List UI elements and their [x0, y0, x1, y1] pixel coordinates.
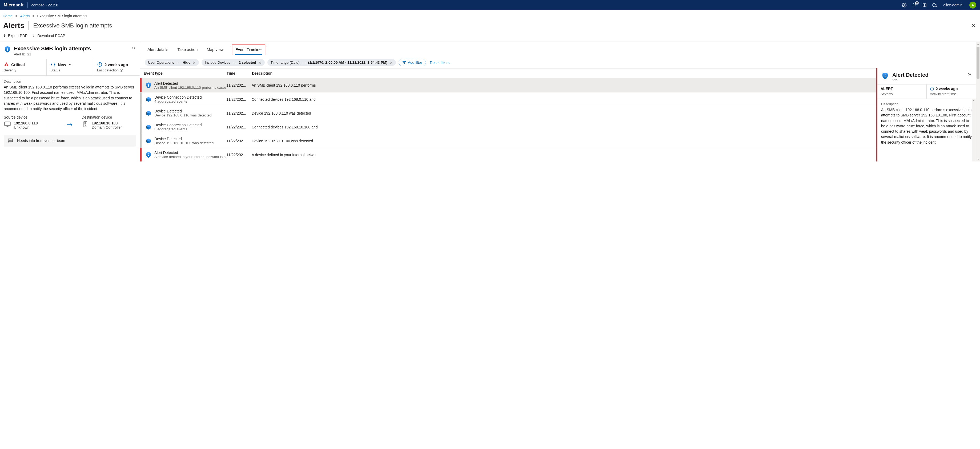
- row-subtitle: 3 aggregated events: [154, 127, 226, 131]
- source-role: Unknown: [14, 125, 38, 130]
- needs-info-banner[interactable]: Needs info from vendor team: [4, 135, 136, 146]
- notifications-button[interactable]: 0: [912, 2, 917, 8]
- add-filter-button[interactable]: Add filter: [399, 59, 426, 66]
- command-bar: Export PDF Download PCAP: [0, 32, 980, 41]
- svg-rect-3: [6, 64, 7, 65]
- reset-filters-button[interactable]: Reset filters: [430, 60, 449, 65]
- remove-filter-icon[interactable]: [390, 61, 393, 64]
- tab-map-view[interactable]: Map view: [205, 44, 224, 55]
- row-description: Device 192.168.10.100 was detected: [252, 139, 874, 143]
- alert-title: Excessive SMB login attempts: [14, 46, 91, 52]
- table-row[interactable]: Device Connection Detected4 aggregated e…: [140, 92, 877, 106]
- page-title: Alerts: [3, 21, 24, 30]
- row-description: An SMB client 192.168.0.110 performs: [252, 83, 874, 87]
- svg-rect-19: [885, 76, 886, 78]
- settings-button[interactable]: [902, 2, 907, 8]
- row-description: Device 192.168.0.110 was detected: [252, 111, 874, 115]
- row-title: Alert Detected: [154, 151, 226, 155]
- destination-device-heading: Destination device: [81, 115, 136, 119]
- nav-divider: [27, 2, 28, 8]
- detail-activity-value: 2 weeks ago: [936, 87, 958, 91]
- table-row[interactable]: Device Connection Detected3 aggregated e…: [140, 120, 877, 134]
- detail-activity-label: Activity start time: [930, 92, 972, 96]
- col-header-description[interactable]: Description: [252, 71, 874, 75]
- filter-chip-include-devices[interactable]: Include Devices == 2 selected: [202, 59, 264, 66]
- col-header-event[interactable]: Event type: [143, 71, 227, 75]
- page-scrollbar[interactable]: [976, 42, 980, 162]
- detail-description-body: An SMB client 192.168.0.110 performs exc…: [881, 107, 972, 145]
- svg-point-18: [885, 75, 886, 75]
- svg-point-16: [148, 153, 149, 154]
- library-button[interactable]: [922, 2, 927, 8]
- destination-ip: 192.168.10.100: [92, 121, 122, 125]
- comment-icon: [8, 138, 13, 143]
- tenant-label: contoso - 22.2.6: [32, 3, 58, 7]
- description-heading: Description: [4, 79, 136, 83]
- breadcrumb-sep: >: [32, 14, 34, 18]
- device-cube-icon: [143, 110, 154, 116]
- svg-point-0: [904, 5, 905, 6]
- alert-shield-icon: [143, 151, 154, 158]
- alert-shield-icon: [143, 82, 154, 89]
- close-button[interactable]: [970, 22, 977, 29]
- cloud-button[interactable]: [932, 2, 937, 8]
- row-time: 11/22/202...: [226, 139, 252, 143]
- severity-value: Critical: [11, 62, 25, 67]
- tab-alert-details[interactable]: Alert details: [146, 44, 169, 55]
- source-ip: 192.168.0.110: [14, 121, 38, 125]
- page-subtitle: Excessive SMB login attempts: [33, 22, 112, 29]
- status-dropdown-button[interactable]: [68, 63, 72, 67]
- svg-point-1: [7, 48, 8, 49]
- needs-info-label: Needs info from vendor team: [17, 138, 65, 143]
- status-value: New: [58, 62, 66, 67]
- breadcrumb-sep: >: [15, 14, 18, 18]
- chevron-double-right-icon: [967, 72, 972, 77]
- breadcrumb-alerts[interactable]: Alerts: [20, 14, 30, 18]
- filter-chip-user-operations[interactable]: User Operations == Hide: [145, 59, 199, 66]
- connection-arrow-icon: [65, 115, 75, 127]
- remove-filter-icon[interactable]: [192, 61, 196, 64]
- table-row[interactable]: Device DetectedDevice 192.168.10.100 was…: [140, 134, 877, 148]
- tab-event-timeline[interactable]: Event Timeline: [232, 44, 265, 55]
- table-row[interactable]: Alert DetectedAn SMB client 192.168.0.11…: [140, 78, 877, 92]
- alert-shield-icon: [4, 46, 11, 53]
- user-avatar[interactable]: A: [969, 2, 976, 8]
- notification-badge: 0: [915, 2, 919, 5]
- export-pdf-button[interactable]: Export PDF: [3, 33, 27, 38]
- detail-scrollbar[interactable]: [972, 99, 976, 162]
- last-detection-value: 2 weeks ago: [105, 62, 128, 67]
- device-cube-icon: [143, 138, 154, 144]
- table-row[interactable]: Device DetectedDevice 192.168.0.110 was …: [140, 106, 877, 120]
- svg-rect-7: [5, 122, 10, 126]
- alert-summary-panel: Excessive SMB login attempts Alert ID: 2…: [0, 42, 140, 162]
- row-subtitle: Device 192.168.10.100 was detected: [154, 141, 226, 145]
- severity-label: Severity: [4, 68, 43, 72]
- expand-detail-button[interactable]: [967, 72, 972, 82]
- filter-chip-time-range[interactable]: Time range (Date) == (1/1/1970, 2:00:00 …: [267, 59, 396, 66]
- brand-logo: Microsoft: [4, 3, 24, 8]
- download-pcap-button[interactable]: Download PCAP: [32, 33, 65, 38]
- breadcrumb-home[interactable]: Home: [3, 14, 13, 18]
- svg-point-14: [148, 84, 149, 85]
- remove-filter-icon[interactable]: [258, 61, 261, 64]
- table-row[interactable]: Alert DetectedA device defined in your i…: [140, 148, 877, 162]
- detail-severity-value: ALERT: [881, 87, 923, 91]
- close-icon: [972, 24, 976, 28]
- row-description: Connected devices 192.168.10.100 and: [252, 125, 874, 129]
- collapse-panel-button[interactable]: [131, 46, 136, 51]
- tab-bar: Alert details Take action Map view Event…: [140, 42, 976, 55]
- breadcrumb-current: Excessive SMB login attempts: [37, 14, 88, 18]
- info-icon[interactable]: [120, 68, 123, 72]
- svg-rect-15: [148, 85, 149, 87]
- svg-rect-17: [148, 154, 149, 156]
- tab-take-action[interactable]: Take action: [176, 44, 199, 55]
- top-nav: Microsoft contoso - 22.2.6 0 alice-admin…: [0, 0, 980, 10]
- device-cube-icon: [143, 96, 154, 103]
- monitor-icon: [4, 121, 11, 127]
- alert-shield-icon: [881, 72, 889, 80]
- page-header: Alerts Excessive SMB login attempts: [0, 20, 980, 32]
- row-time: 11/22/202...: [226, 83, 252, 87]
- status-label: Status: [50, 68, 89, 72]
- col-header-time[interactable]: Time: [227, 71, 252, 75]
- row-title: Device Detected: [154, 137, 226, 141]
